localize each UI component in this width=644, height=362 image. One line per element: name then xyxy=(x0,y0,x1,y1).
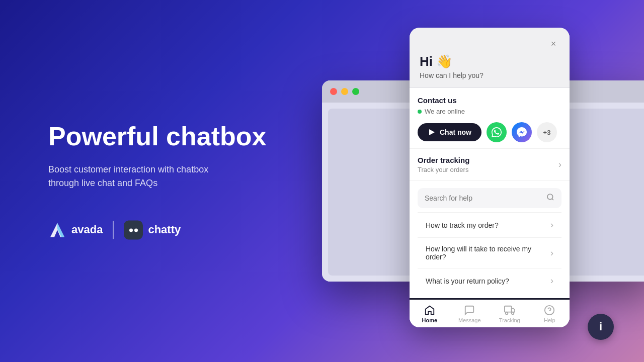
online-status: We are online xyxy=(418,108,561,115)
contact-title: Contact us xyxy=(418,96,561,105)
avada-label: avada xyxy=(71,224,103,237)
subtitle: Boost customer interaction with chatboxt… xyxy=(48,163,260,191)
faq-item-1[interactable]: How to track my order? › xyxy=(418,212,561,237)
avada-brand: avada xyxy=(48,221,103,239)
greeting-text: Hi 👋 xyxy=(420,54,559,69)
chatty-brand: chatty xyxy=(124,221,181,240)
status-text: We are online xyxy=(425,108,465,115)
brand-divider xyxy=(113,221,114,239)
close-button[interactable]: × xyxy=(547,38,559,50)
subgreeting-text: How can I help you? xyxy=(420,71,559,79)
tracking-icon xyxy=(504,305,515,316)
contact-section: Contact us We are online Chat now xyxy=(410,88,570,149)
chatty-dot-1 xyxy=(129,228,133,232)
faq-text-3: What is your return policy? xyxy=(426,277,509,285)
nav-home[interactable]: Home xyxy=(410,300,450,327)
nav-tracking[interactable]: Tracking xyxy=(490,300,530,327)
close-row: × xyxy=(420,38,559,50)
play-icon xyxy=(428,128,436,136)
faq-chevron-2: › xyxy=(550,248,553,258)
order-tracking-chevron: › xyxy=(558,159,561,170)
left-panel: Powerful chatbox Boost customer interact… xyxy=(48,122,266,239)
messenger-button[interactable] xyxy=(512,122,532,142)
search-input[interactable] xyxy=(425,194,541,202)
widget-header: × Hi 👋 How can I help you? xyxy=(410,28,570,88)
chat-actions: Chat now +3 xyxy=(418,122,561,142)
status-dot xyxy=(418,110,422,114)
info-button[interactable]: i xyxy=(588,314,614,340)
avada-icon xyxy=(48,221,66,239)
nav-message[interactable]: Message xyxy=(450,300,490,327)
widget-body: Contact us We are online Chat now xyxy=(410,88,570,327)
home-icon xyxy=(424,305,435,316)
chat-now-label: Chat now xyxy=(440,128,471,136)
order-tracking-section[interactable]: Order tracking Track your orders › xyxy=(410,149,570,181)
message-icon xyxy=(464,305,475,316)
chatty-label: chatty xyxy=(148,224,181,237)
search-section: How to track my order? › How long will i… xyxy=(410,181,570,298)
svg-point-6 xyxy=(506,312,508,315)
nav-message-label: Message xyxy=(458,317,481,323)
chatty-dot-2 xyxy=(134,228,138,232)
nav-home-label: Home xyxy=(422,317,437,323)
search-box xyxy=(418,188,561,208)
brand-bar: avada chatty xyxy=(48,221,266,240)
order-tracking-subtitle: Track your orders xyxy=(418,166,469,173)
nav-tracking-label: Tracking xyxy=(499,317,520,323)
chatty-icon xyxy=(124,221,143,240)
faq-text-2: How long will it take to receive my orde… xyxy=(426,245,550,261)
svg-line-4 xyxy=(552,199,553,200)
chat-widget: × Hi 👋 How can I help you? Contact us We… xyxy=(410,28,570,327)
faq-item-2[interactable]: How long will it take to receive my orde… xyxy=(418,237,561,268)
chatty-dots xyxy=(129,228,138,232)
svg-marker-2 xyxy=(429,129,435,135)
faq-chevron-3: › xyxy=(550,276,553,286)
faq-chevron-1: › xyxy=(550,220,553,230)
whatsapp-button[interactable] xyxy=(487,122,507,142)
svg-rect-5 xyxy=(505,306,512,312)
traffic-red xyxy=(330,88,337,95)
widget-nav: Home Message Tracking xyxy=(410,298,570,327)
nav-help[interactable]: Help xyxy=(530,300,570,327)
order-tracking-title: Order tracking xyxy=(418,156,469,164)
svg-marker-1 xyxy=(57,223,64,237)
close-icon: × xyxy=(551,39,556,49)
svg-point-3 xyxy=(547,194,553,200)
svg-point-7 xyxy=(511,312,514,315)
chat-now-button[interactable]: Chat now xyxy=(418,123,481,141)
traffic-green xyxy=(352,88,359,95)
nav-help-label: Help xyxy=(544,317,555,323)
info-icon: i xyxy=(599,320,602,333)
order-info: Order tracking Track your orders xyxy=(418,156,469,173)
traffic-yellow xyxy=(341,88,348,95)
search-icon xyxy=(546,193,554,203)
help-icon xyxy=(544,305,555,316)
faq-text-1: How to track my order? xyxy=(426,221,499,229)
more-channels-button[interactable]: +3 xyxy=(537,122,557,142)
main-title: Powerful chatbox xyxy=(48,122,266,151)
faq-item-3[interactable]: What is your return policy? › xyxy=(418,268,561,293)
